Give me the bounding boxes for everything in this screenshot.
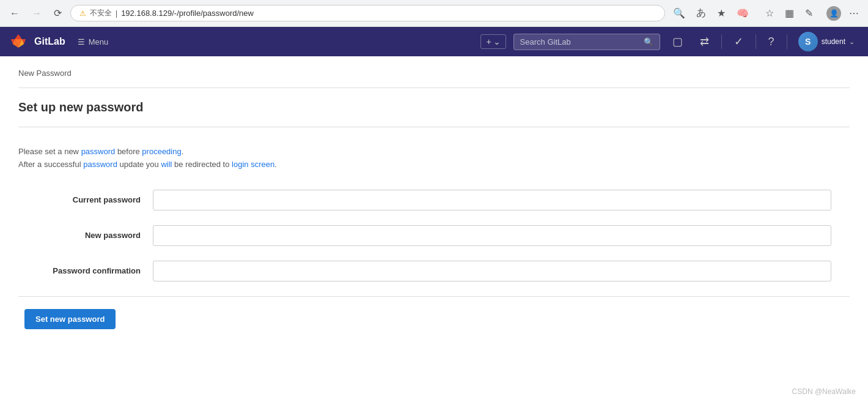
search-icon: 🔍 [644,37,653,47]
search-browser-button[interactable]: 🔍 [670,6,688,21]
info-message: Please set a new password before proceed… [18,146,850,171]
info-line2-link2[interactable]: will [161,160,172,169]
help-button[interactable]: ? [763,33,779,51]
todo-button[interactable]: ✓ [729,32,748,51]
info-line2-mid2: be redirected to [172,160,232,169]
plus-chevron: ⌄ [493,37,501,47]
search-input[interactable] [520,37,640,47]
menu-label: Menu [89,37,109,47]
address-separator: | [116,9,117,18]
extensions-button[interactable]: 🧠 [734,6,752,21]
bookmark-button[interactable]: ★ [714,6,729,21]
new-password-input[interactable] [153,225,831,246]
browser-divider2 [821,6,822,21]
info-line1-link2[interactable]: proceeding [142,147,181,156]
info-line2-link3[interactable]: login screen [232,160,274,169]
new-password-group: New password [18,225,850,246]
svg-marker-0 [15,34,22,39]
password-confirmation-group: Password confirmation [18,261,850,281]
current-password-input[interactable] [153,190,831,210]
reload-button[interactable]: ⟳ [50,6,65,20]
title-divider [18,127,850,127]
browser-divider [757,6,757,21]
info-line1: Please set a new password before proceed… [18,146,850,158]
collections-button[interactable]: ▦ [782,6,797,21]
insecure-warning-icon: ⚠ [79,9,86,18]
reader-mode-button[interactable]: あ [693,5,709,21]
navbar-divider1 [721,34,722,49]
issues-button[interactable]: ▢ [668,32,688,51]
hamburger-icon: ☰ [78,37,85,47]
favorites-button[interactable]: ☆ [762,6,777,21]
browser-chrome: ← → ⟳ ⚠ 不安全 | 192.168.8.129/-/profile/pa… [0,0,868,27]
new-password-label: New password [18,231,153,240]
info-line1-link1[interactable]: password [81,147,116,156]
info-line2-mid1: update you [117,160,161,169]
menu-button[interactable]: ☰ Menu [73,35,114,49]
search-bar[interactable]: 🔍 [513,34,660,50]
navbar-divider3 [787,34,787,49]
password-form: Current password New password Password c… [18,190,850,329]
breadcrumb-divider [18,87,850,88]
navbar-divider2 [756,34,756,49]
page-title: Set up new password [18,100,850,114]
info-line2: After a successful password update you w… [18,158,850,171]
info-line1-end: . [182,147,184,156]
user-chevron: ⌄ [849,38,855,46]
merge-requests-button[interactable]: ⇄ [695,32,714,51]
info-line1-mid: before [115,147,142,156]
insecure-label: 不安全 [90,8,112,18]
gitlab-logo-icon [10,33,27,50]
back-button[interactable]: ← [6,7,23,20]
breadcrumb: New Password [18,69,850,78]
info-line2-link1[interactable]: password [83,160,117,169]
gitlab-navbar: GitLab ☰ Menu + ⌄ 🔍 ▢ ⇄ ✓ ? S student ⌄ [0,27,868,56]
info-line2-start: After a successful [18,160,83,169]
user-menu[interactable]: S student ⌄ [795,29,858,54]
more-button[interactable]: ⋯ [846,6,862,21]
forward-button[interactable]: → [28,7,45,20]
user-avatar: S [798,32,818,51]
form-actions: Set new password [18,309,850,329]
password-confirmation-input[interactable] [153,261,831,281]
info-line2-end: . [274,160,277,169]
gitlab-home-link[interactable]: GitLab [34,36,65,47]
plus-icon: + [486,37,491,47]
form-divider [18,296,850,297]
current-password-group: Current password [18,190,850,210]
browser-profile-avatar[interactable]: 👤 [826,6,841,21]
current-password-label: Current password [18,195,153,204]
password-confirmation-label: Password confirmation [18,266,153,275]
info-line1-start: Please set a new [18,147,81,156]
create-new-button[interactable]: + ⌄ [480,34,506,49]
address-bar[interactable]: ⚠ 不安全 | 192.168.8.129/-/profile/password… [70,5,665,21]
url-text: 192.168.8.129/-/profile/password/new [121,9,254,18]
page-content: New Password Set up new password Please … [0,56,868,341]
copilot-button[interactable]: ✎ [802,6,816,21]
gitlab-wordmark: GitLab [34,36,65,47]
breadcrumb-text: New Password [18,69,72,78]
user-name-label: student [822,37,845,46]
set-new-password-button[interactable]: Set new password [24,309,116,329]
